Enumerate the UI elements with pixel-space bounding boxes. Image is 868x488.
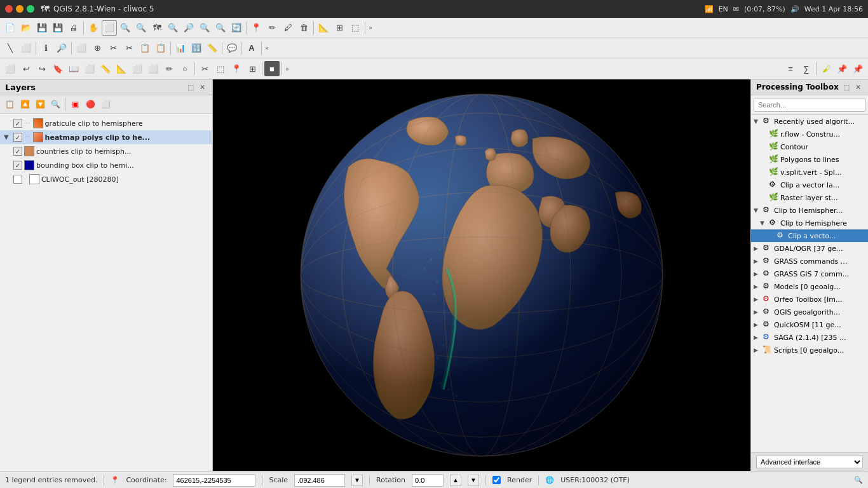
vertex-button[interactable]: ⊞ <box>332 20 347 36</box>
bookmark-button[interactable]: 🔖 <box>50 61 65 76</box>
tree-section-qgis[interactable]: ▶ ⚙ QGIS geoalgorith... <box>751 306 868 318</box>
stats-button[interactable]: ∑ <box>799 61 814 76</box>
layer-visibility-checkbox[interactable] <box>13 147 22 156</box>
minimize-button[interactable] <box>16 5 24 13</box>
add-vector-button[interactable]: 🔴 <box>83 97 97 111</box>
print-button[interactable]: 🖨 <box>66 20 81 36</box>
undo-button[interactable]: ↩ <box>18 61 34 76</box>
window-controls[interactable] <box>5 5 34 13</box>
layer-visibility-checkbox[interactable] <box>13 133 22 142</box>
layer-item[interactable]: · CLIWOC_out [280280] <box>0 172 212 186</box>
layer-visibility-checkbox[interactable] <box>13 161 22 170</box>
redo-button[interactable]: ↪ <box>34 61 50 76</box>
pan-button[interactable]: ✋ <box>86 20 101 36</box>
tree-section-quickosm[interactable]: ▶ ⚙ QuickOSM [11 ge... <box>751 318 868 331</box>
filter-layers-button[interactable]: 🔍 <box>48 97 62 111</box>
tree-section-clip-hemisphere[interactable]: ▼ ⚙ Clip to Hemispher... <box>751 204 868 217</box>
cut-button[interactable]: ✂ <box>121 41 137 56</box>
save-as-button[interactable]: 💾 <box>50 20 65 36</box>
add-raster-button[interactable]: ▣ <box>68 97 82 111</box>
copy-map-button[interactable]: ⬜ <box>82 61 97 76</box>
bg-color-button[interactable]: ■ <box>264 61 280 76</box>
tree-item-poly-lines[interactable]: 🌿 Polygons to lines <box>751 153 868 166</box>
tree-section-models[interactable]: ▶ ⚙ Models [0 geoalg... <box>751 280 868 293</box>
open-button[interactable]: 📂 <box>18 20 34 36</box>
tree-section-saga[interactable]: ▶ ⚙ SAGA (2.1.4) [235 ... <box>751 331 868 344</box>
layers-panel-controls[interactable]: ⬚ ✕ <box>186 82 207 92</box>
copy-button[interactable]: 📋 <box>137 41 153 56</box>
scale-down-button[interactable]: ▼ <box>351 475 363 486</box>
label-button[interactable]: A <box>244 41 259 56</box>
tree-item-vsplit[interactable]: 🌿 v.split.vert - Spl... <box>751 166 868 179</box>
annotate-button[interactable]: 💬 <box>224 41 240 56</box>
freehand-button[interactable]: ✏ <box>161 61 177 76</box>
delete-button[interactable]: 🗑 <box>296 20 311 36</box>
coordinate-input[interactable] <box>173 474 255 487</box>
circle-button[interactable]: ○ <box>177 61 193 76</box>
edit-button[interactable]: ✏ <box>264 20 280 36</box>
add-pin-button[interactable]: ⊕ <box>90 41 105 56</box>
tree-item-clip-vector-selected[interactable]: ⚙ Clip a vecto... <box>751 229 868 242</box>
vertex2-button[interactable]: 📍 <box>229 61 244 76</box>
shape1-button[interactable]: ⬜ <box>130 61 145 76</box>
measure-line-button[interactable]: 📏 <box>205 41 220 56</box>
field-calc-button[interactable]: 🔢 <box>189 41 204 56</box>
close-proc-button[interactable]: ✕ <box>853 82 863 92</box>
render-checkbox[interactable] <box>492 476 501 484</box>
refresh-button[interactable]: 🔄 <box>229 20 244 36</box>
node-button[interactable]: 🖊 <box>280 20 295 36</box>
tree-item-clip-hemisphere-sub[interactable]: ▼ ⚙ Clip to Hemisphere <box>751 217 868 229</box>
paste-button[interactable]: 📋 <box>153 41 168 56</box>
zoom-out-button[interactable]: 🔍 <box>133 20 149 36</box>
layer-item[interactable]: bounding box clip to hemi... <box>0 158 212 172</box>
layer-item[interactable]: ··· graticule clip to hemisphere <box>0 116 212 130</box>
digitize-button[interactable]: 📐 <box>316 20 331 36</box>
tree-item-contour[interactable]: 🌿 Contour <box>751 140 868 153</box>
tree-section-grass7[interactable]: ▶ ⚙ GRASS GIS 7 comm... <box>751 268 868 280</box>
tree-section-recently-used[interactable]: ▼ ⚙ Recently used algorit... <box>751 115 868 128</box>
shape2-button[interactable]: ⬜ <box>146 61 161 76</box>
pin-button[interactable]: 📌 <box>834 61 850 76</box>
grid-button[interactable]: ⊞ <box>245 61 260 76</box>
zoom-next-button[interactable]: 🔍 <box>213 20 228 36</box>
new-button[interactable]: 📄 <box>3 20 18 36</box>
layer-visibility-checkbox[interactable] <box>13 119 22 128</box>
scale-input[interactable] <box>294 474 345 487</box>
tree-item-raster-stats[interactable]: 🌿 Raster layer st... <box>751 191 868 204</box>
layer-visibility-checkbox[interactable] <box>13 175 22 184</box>
highlight-button[interactable]: 🖌 <box>818 61 834 76</box>
select-rect-button[interactable]: ⬜ <box>102 20 117 36</box>
zoom-layer-button[interactable]: 🔍 <box>165 20 180 36</box>
move-up-button[interactable]: 🔼 <box>18 97 32 111</box>
processing-panel-controls[interactable]: ⬚ ✕ <box>841 82 863 92</box>
more-tools-indicator-2[interactable]: » <box>264 44 270 51</box>
float-proc-button[interactable]: ⬚ <box>841 82 851 92</box>
attr-table-button[interactable]: 📊 <box>173 41 188 56</box>
search-input[interactable] <box>754 98 865 112</box>
tree-item-rflow[interactable]: 🌿 r.flow - Constru... <box>751 128 868 140</box>
ruler-button[interactable]: 📏 <box>98 61 113 76</box>
snap-button[interactable]: ⬜ <box>74 41 89 56</box>
rotation-up-button[interactable]: ▲ <box>450 475 461 486</box>
zoom-last-button[interactable]: 🔍 <box>197 20 212 36</box>
measure-button[interactable]: ╲ <box>3 41 18 56</box>
select-button[interactable]: ⬜ <box>18 41 34 56</box>
tree-section-grass[interactable]: ▶ ⚙ GRASS commands ... <box>751 255 868 268</box>
identify-button[interactable]: 🔎 <box>54 41 69 56</box>
tree-section-scripts[interactable]: ▶ 📜 Scripts [0 geoalgo... <box>751 344 868 356</box>
rotation-down-button[interactable]: ▼ <box>468 475 479 486</box>
trim-button[interactable]: ✂ <box>197 61 212 76</box>
tree-section-orfeo[interactable]: ▶ ⚙ Orfeo Toolbox [Im... <box>751 293 868 306</box>
zoom-in-button[interactable]: 🔍 <box>118 20 133 36</box>
zoom-full-button[interactable]: 🗺 <box>149 20 165 36</box>
close-button[interactable] <box>5 5 13 13</box>
layer-item[interactable]: ▼ ··· heatmap polys clip to he... <box>0 130 212 144</box>
maximize-button[interactable] <box>27 5 34 13</box>
add-feature-button[interactable]: 📍 <box>248 20 264 36</box>
more-tools-indicator-3[interactable]: » <box>284 65 290 72</box>
merge-button[interactable]: ⬚ <box>348 20 363 36</box>
interface-selector[interactable]: Advanced interface Simplified interface <box>756 456 863 468</box>
ruler2-button[interactable]: 📐 <box>114 61 129 76</box>
zoom-select-button[interactable]: 🔎 <box>181 20 196 36</box>
add-wms-button[interactable]: ⬜ <box>98 97 112 111</box>
